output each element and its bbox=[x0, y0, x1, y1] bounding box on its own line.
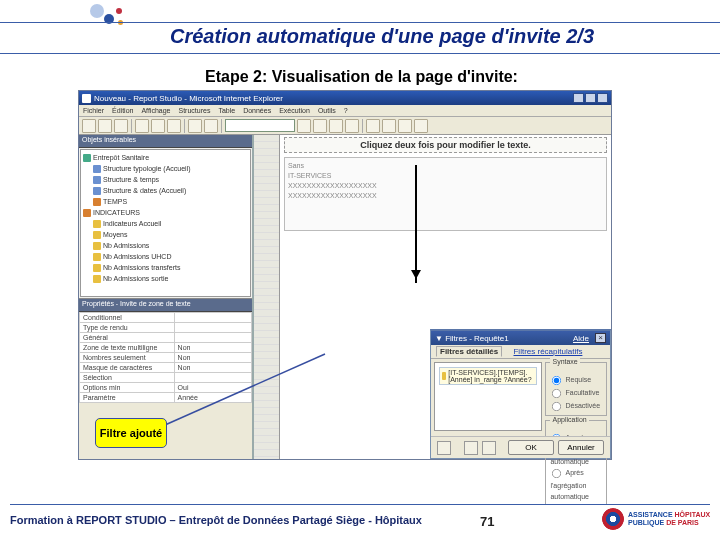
tab-detailed-filters[interactable]: Filtres détaillés bbox=[436, 346, 502, 357]
ok-button[interactable]: OK bbox=[508, 440, 554, 455]
tree-item[interactable]: Entrepôt Sanitaire bbox=[83, 152, 248, 163]
tool-button[interactable] bbox=[329, 119, 343, 133]
delete-filter-button[interactable] bbox=[482, 441, 496, 455]
radio-disabled[interactable]: Désactivée bbox=[550, 400, 602, 413]
application-group: Application Avant l'agrégation automatiq… bbox=[545, 420, 607, 505]
canvas-title-placeholder[interactable]: Cliquez deux fois pour modifier le texte… bbox=[284, 137, 607, 153]
tool-button[interactable] bbox=[313, 119, 327, 133]
radio-optional[interactable]: Facultative bbox=[550, 387, 602, 400]
property-row[interactable]: Type de rendu bbox=[80, 323, 252, 333]
properties-header: Propriétés - Invite de zone de texte bbox=[79, 299, 252, 312]
tree-item[interactable]: Structure & dates (Accueil) bbox=[83, 185, 248, 196]
canvas-body[interactable]: SansIT-SERVICESXXXXXXXXXXXXXXXXXXXXXXXXX… bbox=[284, 157, 607, 231]
tool-button[interactable] bbox=[297, 119, 311, 133]
filter-list[interactable]: [IT-SERVICES].[TEMPS].[Année] in_range ?… bbox=[434, 362, 542, 431]
edit-filter-button[interactable] bbox=[464, 441, 478, 455]
menu-item[interactable]: Table bbox=[218, 107, 235, 114]
tree-item[interactable]: INDICATEURS bbox=[83, 207, 248, 218]
funnel-icon: ▼ bbox=[435, 334, 445, 343]
tool-button[interactable] bbox=[167, 119, 181, 133]
tool-button[interactable] bbox=[414, 119, 428, 133]
dialog-close-button[interactable]: × bbox=[595, 333, 606, 343]
tool-button[interactable] bbox=[398, 119, 412, 133]
filters-dialog: ▼ Filtres - Requête1 Aide × Filtres déta… bbox=[430, 329, 611, 459]
slide-subtitle: Etape 2: Visualisation de la page d'invi… bbox=[205, 68, 518, 86]
tree-item[interactable]: Structure & temps bbox=[83, 174, 248, 185]
toolbar bbox=[79, 117, 611, 135]
filter-icon bbox=[442, 372, 446, 380]
tool-button[interactable] bbox=[382, 119, 396, 133]
window-titlebar: Nouveau - Report Studio - Microsoft Inte… bbox=[79, 91, 611, 105]
menu-item[interactable]: Affichage bbox=[141, 107, 170, 114]
close-button[interactable] bbox=[597, 93, 608, 103]
menu-item[interactable]: Outils bbox=[318, 107, 336, 114]
radio-after-agg[interactable]: Après l'agrégation automatique bbox=[550, 467, 602, 502]
tree-item[interactable]: Moyens bbox=[83, 229, 248, 240]
app-window: Nouveau - Report Studio - Microsoft Inte… bbox=[78, 90, 612, 460]
tool-button[interactable] bbox=[135, 119, 149, 133]
tool-button[interactable] bbox=[151, 119, 165, 133]
aphp-logo: ASSISTANCE HÔPITAUX PUBLIQUE DE PARIS bbox=[602, 506, 712, 532]
callout-filter-added: Filtre ajouté bbox=[95, 418, 167, 448]
menu-item[interactable]: ? bbox=[344, 107, 348, 114]
menu-item[interactable]: Données bbox=[243, 107, 271, 114]
tool-button[interactable] bbox=[204, 119, 218, 133]
font-select[interactable] bbox=[225, 119, 295, 132]
tool-button[interactable] bbox=[188, 119, 202, 133]
window-title: Nouveau - Report Studio - Microsoft Inte… bbox=[94, 94, 283, 103]
dialog-footer: OK Annuler bbox=[431, 436, 610, 458]
slide-title: Création automatique d'une page d'invite… bbox=[170, 25, 594, 48]
add-filter-button[interactable] bbox=[437, 441, 451, 455]
slide-footer: Formation à REPORT STUDIO – Entrepôt de … bbox=[0, 504, 720, 534]
object-tree[interactable]: Entrepôt SanitaireStructure typologie (A… bbox=[80, 149, 251, 297]
tree-item[interactable]: Nb Admissions transferts bbox=[83, 262, 248, 273]
filter-options: Syntaxe Requise Facultative Désactivée A… bbox=[545, 362, 607, 431]
menu-item[interactable]: Exécution bbox=[279, 107, 310, 114]
footer-text: Formation à REPORT STUDIO – Entrepôt de … bbox=[10, 514, 422, 526]
logo-mark-icon bbox=[602, 508, 624, 530]
radio-required[interactable]: Requise bbox=[550, 374, 602, 387]
svg-line-0 bbox=[165, 354, 325, 425]
minimize-button[interactable] bbox=[573, 93, 584, 103]
filter-expression: [IT-SERVICES].[TEMPS].[Année] in_range ?… bbox=[448, 369, 534, 383]
page-number: 71 bbox=[480, 514, 494, 529]
maximize-button[interactable] bbox=[585, 93, 596, 103]
menu-item[interactable]: Structures bbox=[178, 107, 210, 114]
tree-item[interactable]: Nb Admissions UHCD bbox=[83, 251, 248, 262]
insertable-objects-header: Objets insérables bbox=[79, 135, 252, 148]
callout-connector bbox=[160, 350, 330, 430]
dialog-title: Filtres - Requête1 bbox=[445, 334, 509, 343]
tree-item[interactable]: Structure typologie (Accueil) bbox=[83, 163, 248, 174]
tab-summary-filters[interactable]: Filtres récapitulatifs bbox=[510, 347, 585, 356]
property-row[interactable]: Général bbox=[80, 333, 252, 343]
tool-button[interactable] bbox=[345, 119, 359, 133]
tree-item[interactable]: Nb Admissions sortie bbox=[83, 273, 248, 284]
cancel-button[interactable]: Annuler bbox=[558, 440, 604, 455]
tree-item[interactable]: TEMPS bbox=[83, 196, 248, 207]
property-row[interactable]: Conditionnel bbox=[80, 313, 252, 323]
menu-item[interactable]: Fichier bbox=[83, 107, 104, 114]
help-link[interactable]: Aide bbox=[573, 334, 589, 343]
menubar: Fichier Édition Affichage Structures Tab… bbox=[79, 105, 611, 117]
tool-button[interactable] bbox=[98, 119, 112, 133]
dialog-titlebar: ▼ Filtres - Requête1 Aide × bbox=[431, 331, 610, 345]
syntax-group: Syntaxe Requise Facultative Désactivée bbox=[545, 362, 607, 416]
menu-item[interactable]: Édition bbox=[112, 107, 133, 114]
tool-button[interactable] bbox=[366, 119, 380, 133]
filter-row[interactable]: [IT-SERVICES].[TEMPS].[Année] in_range ?… bbox=[439, 367, 537, 385]
tool-button[interactable] bbox=[114, 119, 128, 133]
tool-button[interactable] bbox=[82, 119, 96, 133]
app-icon bbox=[82, 94, 91, 103]
arrow-annotation bbox=[415, 165, 417, 283]
tree-item[interactable]: Nb Admissions bbox=[83, 240, 248, 251]
dialog-tabs: Filtres détaillés Filtres récapitulatifs bbox=[431, 345, 610, 359]
tree-item[interactable]: Indicateurs Accueil bbox=[83, 218, 248, 229]
